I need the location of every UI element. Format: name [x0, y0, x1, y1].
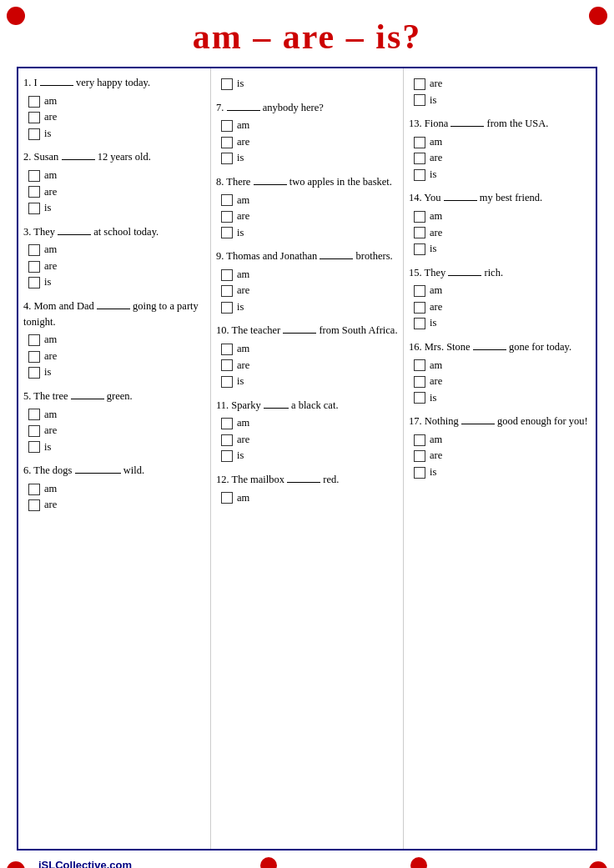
option-row: is	[221, 449, 398, 464]
q6-options: am are	[28, 482, 205, 513]
checkbox[interactable]	[414, 285, 425, 297]
bottom-dot-center-left	[260, 857, 277, 869]
q6-continuation: is	[216, 77, 398, 92]
option-row: are	[28, 110, 205, 125]
option-row: are	[28, 349, 205, 364]
checkbox[interactable]	[221, 78, 233, 90]
q12-continuation: are is	[409, 77, 591, 108]
q17-options: am are is	[414, 433, 591, 480]
q15-text: 15. They rich.	[409, 265, 591, 281]
question-7: 7. anybody here? am are is	[216, 100, 398, 166]
checkbox[interactable]	[414, 211, 425, 223]
option-row: am	[414, 209, 591, 224]
q9-text: 9. Thomas and Jonathan brothers.	[216, 248, 398, 264]
checkbox[interactable]	[221, 269, 233, 281]
checkbox[interactable]	[221, 120, 233, 132]
checkbox[interactable]	[414, 137, 425, 148]
checkbox[interactable]	[221, 359, 233, 371]
option-row: am	[414, 283, 591, 299]
checkbox[interactable]	[414, 169, 425, 181]
q15-options: am are is	[414, 283, 591, 331]
question-13: 13. Fiona from the USA. am are is	[409, 116, 591, 182]
option-row: is	[414, 93, 591, 108]
option-row: am	[414, 135, 591, 150]
option-row: is	[414, 168, 591, 183]
checkbox[interactable]	[414, 434, 425, 446]
content-area: 1. I very happy today. am are is 2. Susa…	[17, 67, 597, 850]
checkbox[interactable]	[28, 425, 40, 437]
checkbox[interactable]	[28, 499, 40, 511]
option-row: are	[221, 359, 398, 374]
checkbox[interactable]	[414, 467, 425, 479]
checkbox[interactable]	[414, 78, 425, 90]
option-row: are	[28, 185, 205, 200]
q13-text: 13. Fiona from the USA.	[409, 116, 591, 132]
checkbox[interactable]	[221, 418, 233, 429]
checkbox[interactable]	[221, 376, 233, 388]
checkbox[interactable]	[221, 211, 233, 223]
option-row: is	[28, 127, 205, 142]
column-2: is 7. anybody here? am are is 8. There t…	[211, 68, 404, 849]
checkbox[interactable]	[414, 94, 425, 106]
option-row: are	[414, 226, 591, 241]
checkbox[interactable]	[28, 186, 40, 198]
checkbox[interactable]	[221, 194, 233, 206]
q12-text: 12. The mailbox red.	[216, 472, 398, 488]
checkbox[interactable]	[414, 302, 425, 314]
checkbox[interactable]	[28, 484, 40, 495]
option-row: is	[221, 151, 398, 166]
checkbox[interactable]	[221, 492, 233, 504]
question-14: 14. You my best friend. am are is	[409, 190, 591, 256]
checkbox[interactable]	[414, 153, 425, 164]
checkbox[interactable]	[414, 227, 425, 238]
checkbox[interactable]	[28, 351, 40, 363]
question-11: 11. Sparky a black cat. am are is	[216, 398, 398, 464]
checkbox[interactable]	[28, 170, 40, 182]
q9-options: am are is	[221, 268, 398, 315]
checkbox[interactable]	[414, 359, 425, 371]
q14-options: am are is	[414, 209, 591, 257]
checkbox[interactable]	[414, 376, 425, 388]
checkbox[interactable]	[221, 434, 233, 446]
checkbox[interactable]	[221, 285, 233, 297]
option-row: am	[28, 94, 205, 109]
q12-cont-options: are is	[414, 77, 591, 108]
checkbox[interactable]	[28, 96, 40, 108]
corner-dot-tl	[7, 7, 25, 25]
question-15: 15. They rich. am are is	[409, 265, 591, 331]
option-row: are	[414, 374, 591, 389]
q10-options: am are is	[221, 342, 398, 389]
checkbox[interactable]	[28, 244, 40, 256]
option-row: am	[221, 193, 398, 208]
checkbox[interactable]	[221, 227, 233, 238]
checkbox[interactable]	[28, 203, 40, 214]
checkbox[interactable]	[414, 450, 425, 462]
checkbox[interactable]	[221, 344, 233, 355]
option-row: am	[28, 243, 205, 258]
checkbox[interactable]	[28, 277, 40, 288]
q2-options: am are is	[28, 168, 205, 216]
checkbox[interactable]	[414, 392, 425, 404]
checkbox[interactable]	[414, 243, 425, 255]
checkbox[interactable]	[221, 302, 233, 314]
q3-options: am are is	[28, 243, 205, 290]
q11-options: am are is	[221, 416, 398, 464]
checkbox[interactable]	[221, 153, 233, 164]
option-row: is	[414, 316, 591, 331]
option-row: is	[221, 77, 398, 92]
checkbox[interactable]	[28, 128, 40, 140]
checkbox[interactable]	[28, 367, 40, 379]
checkbox[interactable]	[28, 441, 40, 453]
checkbox[interactable]	[28, 261, 40, 273]
checkbox[interactable]	[28, 334, 40, 346]
corner-dot-tr	[589, 7, 607, 25]
option-row: am	[221, 491, 398, 506]
checkbox[interactable]	[28, 409, 40, 420]
checkbox[interactable]	[221, 450, 233, 462]
q14-text: 14. You my best friend.	[409, 190, 591, 206]
checkbox[interactable]	[221, 137, 233, 148]
option-row: am	[28, 408, 205, 423]
checkbox[interactable]	[28, 112, 40, 123]
option-row: are	[28, 498, 205, 513]
checkbox[interactable]	[414, 318, 425, 329]
